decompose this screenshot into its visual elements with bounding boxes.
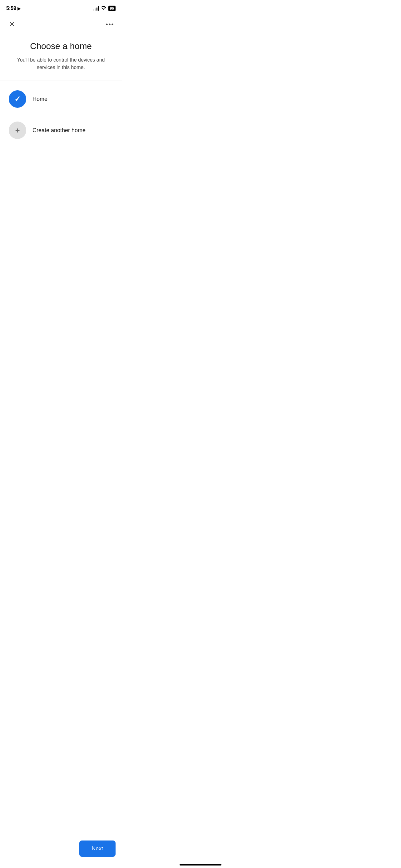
- add-home-circle: +: [9, 122, 26, 139]
- home-item-home[interactable]: ✓ Home: [6, 84, 115, 115]
- close-button[interactable]: ✕: [6, 19, 18, 30]
- plus-icon: +: [15, 126, 20, 134]
- status-left: 5:59 ▶: [6, 6, 21, 11]
- status-right: 96: [93, 6, 115, 11]
- top-nav: ✕ •••: [0, 15, 122, 34]
- signal-bar-1: [93, 9, 94, 11]
- signal-bar-2: [95, 8, 96, 11]
- more-button[interactable]: •••: [104, 19, 115, 30]
- page-subtitle: You'll be able to control the devices an…: [14, 56, 108, 71]
- battery-indicator: 96: [108, 6, 115, 11]
- home-item-create[interactable]: + Create another home: [6, 115, 115, 146]
- location-icon: ▶: [18, 6, 21, 11]
- wifi-icon: [101, 6, 106, 11]
- divider: [0, 81, 122, 81]
- home-selected-circle: ✓: [9, 90, 26, 108]
- signal-bar-4: [98, 6, 99, 11]
- checkmark-icon: ✓: [14, 95, 21, 103]
- signal-bars: [93, 6, 99, 11]
- more-icon: •••: [106, 21, 114, 28]
- status-bar: 5:59 ▶ 96: [0, 0, 122, 15]
- create-home-label: Create another home: [32, 127, 86, 134]
- home-item-label: Home: [32, 96, 47, 102]
- close-icon: ✕: [9, 20, 15, 28]
- home-list: ✓ Home + Create another home: [0, 84, 122, 146]
- signal-bar-3: [97, 7, 97, 11]
- content-header: Choose a home You'll be able to control …: [0, 34, 122, 81]
- page-title: Choose a home: [9, 41, 112, 51]
- status-time: 5:59: [6, 6, 16, 11]
